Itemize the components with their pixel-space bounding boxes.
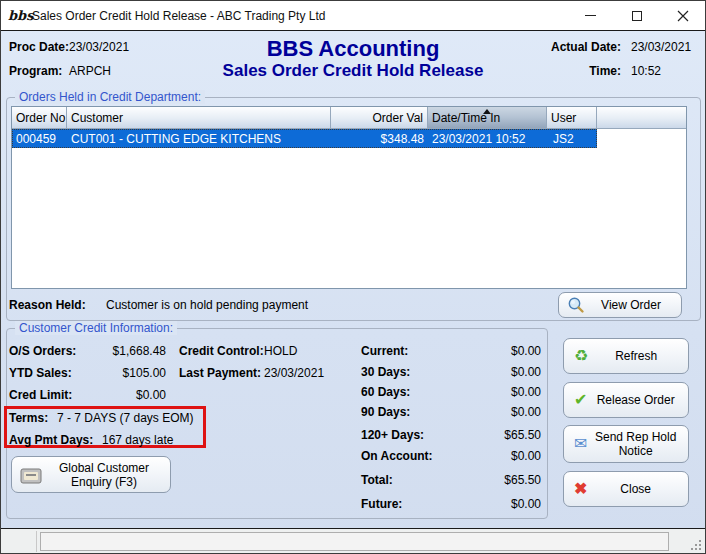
orders-groupbox-title: Orders Held in Credit Department: xyxy=(15,90,205,104)
aging-90-label: 90 Days: xyxy=(361,405,410,419)
aging-30-label: 30 Days: xyxy=(361,365,410,379)
column-header-order-val[interactable]: Order Val xyxy=(331,107,428,129)
sort-ascending-icon xyxy=(483,109,491,114)
aging-30-value: $0.00 xyxy=(421,365,541,379)
minimize-icon xyxy=(585,15,596,16)
avg-pmt-days-value: 167 days late xyxy=(102,433,173,447)
maximize-button[interactable] xyxy=(614,1,659,30)
future-value: $0.00 xyxy=(421,497,541,511)
close-window-button[interactable] xyxy=(660,1,705,30)
aging-90-value: $0.00 xyxy=(421,405,541,419)
minimize-button[interactable] xyxy=(568,1,613,30)
cell-customer: CUT001 - CUTTING EDGE KITCHENS xyxy=(67,129,331,148)
credit-info-groupbox-title: Customer Credit Information: xyxy=(15,321,177,335)
column-header-filler xyxy=(597,107,686,129)
cell-user: JS2 xyxy=(547,129,597,148)
send-rep-hold-notice-label: Send Rep Hold Notice xyxy=(587,430,688,458)
terms-label: Terms: xyxy=(9,411,48,425)
aging-current-value: $0.00 xyxy=(421,344,541,358)
status-bar-divider xyxy=(36,531,37,552)
credit-control-value: HOLD xyxy=(264,344,297,358)
red-x-icon: ✖ xyxy=(574,481,587,497)
credit-control-label: Credit Control: xyxy=(179,344,264,358)
view-order-button[interactable]: View Order xyxy=(558,292,682,318)
total-label: Total: xyxy=(361,473,393,487)
column-header-date-time-in[interactable]: Date/Time In xyxy=(428,107,547,129)
cell-order-val: $348.48 xyxy=(331,129,428,148)
close-label: Close xyxy=(587,482,688,496)
last-payment-value: 23/03/2021 xyxy=(264,366,324,380)
status-bar-panel xyxy=(40,532,669,551)
reason-held-label: Reason Held: xyxy=(9,298,86,312)
actual-date-value: 23/03/2021 xyxy=(631,40,691,54)
aging-120-value: $65.50 xyxy=(421,428,541,442)
envelope-icon: ✉ xyxy=(574,436,587,452)
column-header-order-no[interactable]: Order No xyxy=(12,107,67,129)
view-order-label: View Order xyxy=(585,298,681,312)
close-button[interactable]: ✖ Close xyxy=(563,471,689,507)
recycle-icon: ♻ xyxy=(574,348,588,364)
terms-value: 7 - 7 DAYS (7 days EOM) xyxy=(57,411,193,425)
refresh-button[interactable]: ♻ Refresh xyxy=(563,338,689,374)
orders-table-header: Order No Customer Order Val Date/Time In… xyxy=(12,107,686,129)
refresh-label: Refresh xyxy=(588,349,688,363)
order-row-selected[interactable]: 000459 CUT001 - CUTTING EDGE KITCHENS $3… xyxy=(12,129,597,148)
app-logo-icon: bbs xyxy=(8,6,28,26)
total-value: $65.50 xyxy=(421,473,541,487)
column-header-customer[interactable]: Customer xyxy=(67,107,331,129)
resize-grip[interactable] xyxy=(690,539,703,552)
status-bar xyxy=(1,528,705,554)
maximize-icon xyxy=(632,11,642,21)
release-order-label: Release Order xyxy=(587,393,688,407)
cred-limit-value: $0.00 xyxy=(61,388,166,402)
on-account-value: $0.00 xyxy=(421,449,541,463)
global-customer-enquiry-label: Global Customer Enquiry (F3) xyxy=(42,461,170,489)
ytd-sales-value: $105.00 xyxy=(61,366,166,380)
card-file-icon xyxy=(20,466,42,484)
close-icon xyxy=(677,10,689,22)
future-label: Future: xyxy=(361,497,402,511)
aging-60-label: 60 Days: xyxy=(361,385,410,399)
window-title: Sales Order Credit Hold Release - ABC Tr… xyxy=(32,9,325,23)
aging-current-label: Current: xyxy=(361,344,408,358)
global-customer-enquiry-button[interactable]: Global Customer Enquiry (F3) xyxy=(11,456,171,493)
actual-date-label: Actual Date: xyxy=(541,40,621,54)
reason-held-value: Customer is on hold pending payment xyxy=(106,298,308,312)
avg-pmt-days-label: Avg Pmt Days: xyxy=(9,433,93,447)
cell-order-no: 000459 xyxy=(12,129,67,148)
send-rep-hold-notice-button[interactable]: ✉ Send Rep Hold Notice xyxy=(563,425,689,463)
time-label: Time: xyxy=(541,64,621,78)
title-bar: bbs Sales Order Credit Hold Release - AB… xyxy=(1,1,705,31)
magnifier-icon xyxy=(567,296,585,314)
orders-table: Order No Customer Order Val Date/Time In… xyxy=(11,106,687,289)
checkmark-icon: ✔ xyxy=(574,392,587,408)
os-orders-value: $1,668.48 xyxy=(61,344,166,358)
column-header-user[interactable]: User xyxy=(547,107,597,129)
time-value: 10:52 xyxy=(631,64,661,78)
release-order-button[interactable]: ✔ Release Order xyxy=(563,382,689,418)
last-payment-label: Last Payment: xyxy=(179,366,261,380)
cell-date-time-in: 23/03/2021 10:52 xyxy=(428,129,547,148)
app-window: bbs Sales Order Credit Hold Release - AB… xyxy=(0,0,706,554)
aging-60-value: $0.00 xyxy=(421,385,541,399)
aging-120-label: 120+ Days: xyxy=(361,428,424,442)
